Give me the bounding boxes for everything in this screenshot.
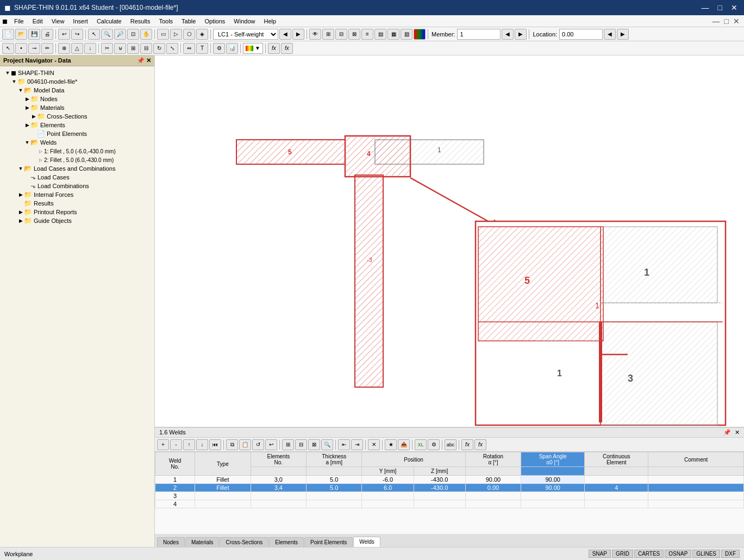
menu-file[interactable]: File bbox=[10, 17, 28, 26]
dxf-button[interactable]: DXF bbox=[721, 550, 740, 558]
inner-close-button[interactable]: ✕ bbox=[731, 17, 742, 26]
tb2-select-button[interactable]: ↖ bbox=[2, 43, 14, 54]
table-row-selected[interactable]: 2 Fillet 3,4 5.0 6.0 -430.0 0.00 90.00 4 bbox=[155, 484, 744, 492]
tab-materials[interactable]: Materials bbox=[185, 537, 220, 547]
tb-paste-row-button[interactable]: 📋 bbox=[239, 439, 251, 450]
cell-cont-elem[interactable] bbox=[585, 500, 648, 508]
tb-down-button[interactable]: ↓ bbox=[196, 439, 208, 450]
tb-delete-button[interactable]: ✕ bbox=[368, 439, 380, 450]
cell-rotation[interactable]: 90.00 bbox=[465, 476, 521, 484]
cell-pos-z[interactable] bbox=[414, 492, 465, 500]
inner-minimize-button[interactable]: — bbox=[710, 17, 722, 26]
tree-node-nodes[interactable]: ▶ 📁 Nodes bbox=[0, 95, 154, 103]
col-header-e2[interactable]: Y [mm] bbox=[362, 467, 414, 476]
tb2-cross-button[interactable]: ✂ bbox=[101, 43, 113, 54]
cell-elem-no[interactable]: 3,4 bbox=[251, 484, 306, 492]
member-prev[interactable]: ◀ bbox=[502, 29, 514, 40]
tree-node-welds[interactable]: ▼ 📂 Welds bbox=[0, 138, 154, 147]
cell-rotation[interactable] bbox=[465, 500, 521, 508]
tb-redo-button[interactable]: ↪ bbox=[71, 29, 83, 40]
menu-results[interactable]: Results bbox=[126, 17, 155, 26]
expand-icon[interactable]: ▶ bbox=[17, 192, 24, 197]
tb-draw2-button[interactable]: ▷ bbox=[170, 29, 182, 40]
table-row[interactable]: 3 bbox=[155, 492, 744, 500]
cell-pos-y[interactable] bbox=[362, 500, 414, 508]
expand-icon[interactable]: ▶ bbox=[17, 218, 24, 223]
expand-icon[interactable]: ▼ bbox=[24, 140, 30, 145]
expand-icon[interactable]: ▶ bbox=[24, 105, 30, 110]
tb2-element-button[interactable]: ⊸ bbox=[28, 43, 40, 54]
tb2-text-button[interactable]: T bbox=[196, 43, 208, 54]
tb-view1-button[interactable]: 👁 bbox=[309, 29, 321, 40]
tree-node-guide-objects[interactable]: ▶ 📁 Guide Objects bbox=[0, 216, 154, 225]
tb-col-left-button[interactable]: ⇤ bbox=[338, 439, 350, 450]
tree-node-results[interactable]: 📁 Results bbox=[0, 199, 154, 208]
tb-save-button[interactable]: 💾 bbox=[28, 29, 40, 40]
tb-text-button[interactable]: abc bbox=[445, 439, 457, 450]
tb-draw1-button[interactable]: ▭ bbox=[157, 29, 169, 40]
tb2-fx2-button[interactable]: fx bbox=[281, 43, 293, 54]
expand-icon[interactable]: ▶ bbox=[24, 122, 30, 128]
tb-col-right-button[interactable]: ⇥ bbox=[351, 439, 363, 450]
tb-draw4-button[interactable]: ◈ bbox=[196, 29, 208, 40]
tree-node-load-combinations[interactable]: ⬎ Load Combinations bbox=[0, 182, 154, 190]
table-row[interactable]: 4 bbox=[155, 500, 744, 508]
tb2-copy-button[interactable]: ⊞ bbox=[127, 43, 139, 54]
tb-view4-button[interactable]: ⊠ bbox=[348, 29, 360, 40]
expand-icon[interactable]: ▶ bbox=[24, 96, 30, 102]
cell-type[interactable] bbox=[195, 500, 251, 508]
cell-thickness[interactable]: 5.0 bbox=[307, 484, 362, 492]
tb-first-button[interactable]: ⏮ bbox=[209, 439, 221, 450]
tree-node-model-file[interactable]: ▼ 📁 004610-model-file* bbox=[0, 77, 154, 86]
cell-pos-y[interactable]: 6.0 bbox=[362, 484, 414, 492]
tb-refresh-button[interactable]: ↺ bbox=[252, 439, 264, 450]
location-prev[interactable]: ◀ bbox=[604, 29, 616, 40]
cell-pos-z[interactable]: -430.0 bbox=[414, 484, 465, 492]
expand-icon[interactable]: ▼ bbox=[11, 79, 17, 84]
expand-icon[interactable]: ▼ bbox=[4, 70, 11, 76]
cell-span-angle[interactable] bbox=[521, 492, 585, 500]
tb-copy-row-button[interactable]: ⧉ bbox=[226, 439, 238, 450]
col-header-a[interactable]: WeldNo. bbox=[155, 452, 195, 476]
tb-excel-button[interactable]: XL bbox=[415, 439, 427, 450]
tb-del-row-button[interactable]: - bbox=[170, 439, 182, 450]
tb2-dim-button[interactable]: ⇔ bbox=[183, 43, 195, 54]
col-header-c[interactable]: ElementsNo. bbox=[251, 452, 306, 467]
tb-undo-button[interactable]: ↩ bbox=[58, 29, 70, 40]
cell-cont-elem[interactable] bbox=[585, 476, 648, 484]
tree-node-shape-thin[interactable]: ▼ ◼ SHAPE-THIN bbox=[0, 69, 154, 77]
tree-node-load-cases[interactable]: ⬎ Load Cases bbox=[0, 173, 154, 182]
tb-star-button[interactable]: ★ bbox=[385, 439, 397, 450]
close-panel-icon[interactable]: ✕ bbox=[735, 429, 740, 435]
tb2-result-button[interactable]: 📊 bbox=[226, 43, 238, 54]
tab-point-elements[interactable]: Point Elements bbox=[304, 537, 353, 547]
tab-elements[interactable]: Elements bbox=[269, 537, 304, 547]
tb-formula-button[interactable]: fx bbox=[461, 439, 473, 450]
cell-type[interactable] bbox=[195, 492, 251, 500]
expand-icon[interactable]: ▶ bbox=[17, 209, 24, 215]
cell-comment[interactable] bbox=[648, 484, 744, 492]
tb-print-button[interactable]: 🖨 bbox=[41, 29, 53, 40]
tb2-draw-button[interactable]: ✏ bbox=[41, 43, 53, 54]
inner-maximize-button[interactable]: □ bbox=[722, 17, 731, 26]
cell-cont-elem[interactable]: 4 bbox=[585, 484, 648, 492]
col-header-f2[interactable]: Z [mm] bbox=[414, 467, 465, 476]
tb-next-button[interactable]: ▶ bbox=[292, 29, 304, 40]
osnap-button[interactable]: OSNAP bbox=[665, 550, 691, 558]
tb2-load-button[interactable]: ↓ bbox=[84, 43, 96, 54]
tb-group-button[interactable]: ⊠ bbox=[308, 439, 320, 450]
tree-node-weld2[interactable]: ▹ 2: Fillet , 5.0 (6.0,-430.0 mm) bbox=[0, 155, 154, 164]
tree-node-elements[interactable]: ▶ 📁 Elements bbox=[0, 121, 154, 129]
expand-icon[interactable]: ▼ bbox=[17, 88, 24, 93]
cell-rotation[interactable]: 0.00 bbox=[465, 484, 521, 492]
cell-span-angle[interactable]: 90.00 bbox=[521, 484, 585, 492]
menu-tools[interactable]: Tools bbox=[154, 17, 177, 26]
menu-window[interactable]: Window bbox=[229, 17, 259, 26]
menu-edit[interactable]: Edit bbox=[28, 17, 47, 26]
tb-view8-button[interactable]: ▧ bbox=[401, 29, 412, 40]
cell-cont-elem[interactable] bbox=[585, 492, 648, 500]
tb2-calc-button[interactable]: ⚙ bbox=[213, 43, 225, 54]
cell-comment[interactable] bbox=[648, 500, 744, 508]
tb2-fx-button[interactable]: fx bbox=[268, 43, 280, 54]
table-row[interactable]: 1 Fillet 3,0 5.0 -6.0 -430.0 90.00 90.00 bbox=[155, 476, 744, 484]
